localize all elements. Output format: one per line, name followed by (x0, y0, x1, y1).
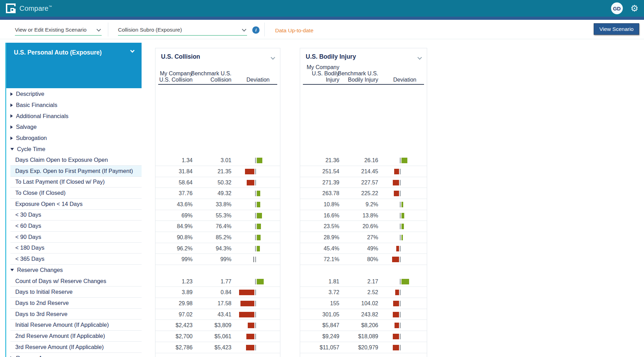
sidebar-group-reserve-changes[interactable]: Reserve Changes (6, 265, 142, 276)
my-company-value: 271.39 (322, 177, 339, 188)
sidebar-item-exposure-open-14-days[interactable]: Exposure Open < 14 Days (10, 199, 142, 210)
scenario-select-dropdown[interactable]: Collision Subro (Exposure) (118, 25, 247, 36)
sidebar-group-subrogation[interactable]: Subrogation (6, 133, 142, 144)
benchmark-value: 3.01 (221, 155, 231, 166)
my-company-value: 3.72 (329, 287, 339, 298)
sidebar-group-basic-financials[interactable]: Basic Financials (6, 100, 142, 111)
data-row-exposure-open-14-days: 43.6%33.8% (155, 199, 280, 210)
deviation-baseline (400, 323, 401, 328)
benchmark-value: 0.84 (221, 287, 231, 298)
view-scenario-button[interactable]: View Scenario (594, 23, 639, 35)
benchmark-value: $5,061 (214, 331, 231, 342)
deviation-baseline (255, 323, 256, 328)
deviation-baseline (255, 180, 256, 185)
deviation-bar (394, 169, 399, 174)
info-icon[interactable]: i (252, 26, 260, 34)
metric-sidebar: U.S. Personal Auto (Exposure) Descriptiv… (6, 43, 142, 357)
benchmark-value: 21.35 (218, 166, 231, 177)
sidebar-item-days-exp-open-to-first-payment-if-payment[interactable]: Days Exp. Open to First Payment (If Paym… (10, 166, 142, 177)
spacer-row (300, 133, 427, 144)
row-label: Days to 3rd Reserve (15, 311, 67, 317)
sidebar-item-365-days[interactable]: < 365 Days (10, 254, 142, 265)
deviation-baseline (255, 334, 256, 339)
data-row-days-to-3rd-reserve: 301.05243.82 (300, 309, 427, 320)
benchmark-value: $5,423 (214, 342, 231, 353)
chevron-down-icon (96, 27, 101, 32)
row-label: Days Claim Open to Exposure Open (15, 157, 108, 163)
benchmark-value: 227.57 (361, 177, 378, 188)
row-label: Exposure Open < 14 Days (15, 201, 83, 207)
deviation-bar (239, 312, 254, 317)
user-avatar[interactable]: GD (611, 2, 623, 14)
my-company-value: 96.2% (177, 243, 193, 254)
sidebar-group-cycle-time[interactable]: Cycle Time (6, 143, 142, 155)
sidebar-item-30-days[interactable]: < 30 Days (10, 210, 142, 221)
spacer-row (155, 100, 280, 111)
sidebar-item-days-to-initial-reserve[interactable]: Days to Initial Reserve (10, 287, 142, 298)
deviation-baseline (255, 312, 256, 317)
deviation-bar (257, 202, 260, 207)
deviation-bar (257, 246, 260, 251)
deviation-bar (240, 301, 254, 306)
column-headers: My CompanyU.S. BodilyInjury Benchmark U.… (300, 48, 427, 85)
data-rows: 1.343.0131.8421.3558.6450.3237.7649.3243… (155, 89, 280, 357)
sidebar-group-additional-financials[interactable]: Additional Financials (6, 110, 142, 122)
sidebar-group-reserve-accuracy[interactable]: Reserve Accuracy (6, 353, 142, 357)
sidebar-item-initial-reserve-amount-if-applicable[interactable]: Initial Reserve Amount (If Applicable) (10, 319, 142, 331)
spacer-row (155, 89, 280, 100)
deviation-baseline (400, 312, 401, 317)
deviation-bar (247, 180, 254, 185)
spacer-row (300, 89, 427, 100)
sidebar-item-days-claim-open-to-exposure-open[interactable]: Days Claim Open to Exposure Open (10, 155, 142, 166)
chevron-down-icon (130, 48, 135, 53)
data-row-3rd-reserve-amount-if-applicable: $2,786$5,423 (155, 342, 280, 353)
settings-gear-icon[interactable]: ⚙ (630, 4, 638, 13)
deviation-bar (401, 279, 409, 284)
data-row-count-of-days-w-reserve-changes: 1.231.77 (155, 276, 280, 287)
my-company-value: $2,423 (176, 320, 193, 331)
row-label: Initial Reserve Amount (If Applicable) (15, 322, 109, 328)
sidebar-header[interactable]: U.S. Personal Auto (Exposure) (6, 43, 142, 88)
sidebar-item-to-close-if-closed[interactable]: To Close (If Closed) (10, 188, 142, 199)
spacer-row (155, 353, 280, 357)
scenario-mode-dropdown[interactable]: View or Edit Existing Scenario (15, 25, 102, 36)
deviation-baseline (400, 345, 401, 350)
deviation-bar (393, 312, 399, 317)
sidebar-item-3rd-reserve-amount-if-applicable[interactable]: 3rd Reserve Amount (If Applicable) (10, 342, 142, 353)
deviation-baseline (255, 158, 256, 163)
data-row-180-days: 96.2%94.3% (155, 243, 280, 254)
data-row-days-exp-open-to-first-payment-if-payment: 31.8421.35 (155, 166, 280, 177)
sidebar-item-90-days[interactable]: < 90 Days (10, 232, 142, 243)
deviation-baseline (255, 213, 256, 218)
data-row-days-to-2nd-reserve: 29.9817.58 (155, 298, 280, 309)
column-header-benchmark: Benchmark U.S.Bodily Injury (338, 70, 378, 83)
deviation-baseline (400, 224, 401, 229)
deviation-baseline (400, 246, 401, 251)
my-company-value: 251.54 (322, 166, 339, 177)
row-label: Basic Financials (16, 102, 57, 108)
deviation-bar (401, 224, 404, 229)
triangle-right-icon (10, 114, 13, 118)
sidebar-item-to-last-payment-if-closed-w-pay[interactable]: To Last Payment (If Closed w/ Pay) (10, 177, 142, 188)
app-logo-icon (6, 3, 16, 14)
sidebar-item-days-to-3rd-reserve[interactable]: Days to 3rd Reserve (10, 309, 142, 320)
data-row-30-days: 16.6%13.8% (300, 210, 427, 221)
deviation-baseline (255, 345, 256, 350)
my-company-value: 263.78 (322, 188, 339, 199)
sidebar-group-salvage[interactable]: Salvage (6, 122, 142, 133)
sidebar-item-days-to-2nd-reserve[interactable]: Days to 2nd Reserve (10, 298, 142, 309)
deviation-baseline (400, 301, 401, 306)
sidebar-title: U.S. Personal Auto (Exposure) (14, 49, 102, 56)
my-company-value: 90.8% (177, 232, 193, 243)
data-row-365-days: 72.1%80% (300, 254, 427, 265)
sidebar-group-descriptive[interactable]: Descriptive (6, 89, 142, 100)
data-row-60-days: 23.5%20.6% (300, 221, 427, 232)
data-row-to-last-payment-if-closed-w-pay: 58.6450.32 (155, 177, 280, 188)
sidebar-item-60-days[interactable]: < 60 Days (10, 221, 142, 232)
sidebar-item-180-days[interactable]: < 180 Days (10, 243, 142, 254)
data-row-2nd-reserve-amount-if-applicable: $2,700$5,061 (155, 331, 280, 342)
data-row-to-close-if-closed: 37.7649.32 (155, 188, 280, 199)
sidebar-item-2nd-reserve-amount-if-applicable[interactable]: 2nd Reserve Amount (If Applicable) (10, 331, 142, 342)
sidebar-item-count-of-days-w-reserve-changes[interactable]: Count of Days w/ Reserve Changes (10, 276, 142, 287)
deviation-bar (396, 246, 399, 251)
